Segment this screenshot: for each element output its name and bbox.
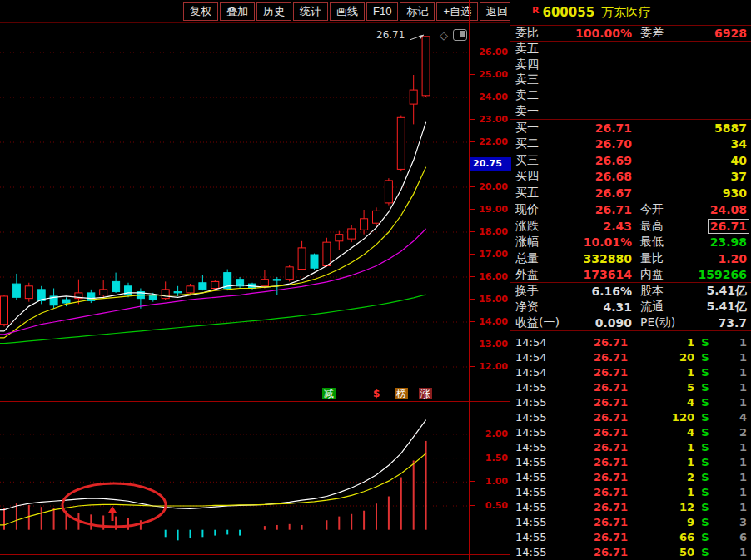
toolbar-button-2[interactable]: 叠加: [220, 2, 255, 21]
main-axis-label: 22.00: [470, 136, 508, 148]
tick-row: 14:5526.7150S1: [510, 544, 751, 559]
main-axis-label: 14.00: [470, 316, 508, 328]
price-axis: 26.0025.0024.0023.0022.0021.0020.0019.00…: [469, 0, 510, 560]
main-axis-label: 24.00: [470, 92, 508, 103]
tick-row: 14:5426.7120S1: [510, 349, 751, 364]
badge-ranking[interactable]: 榜: [395, 388, 408, 399]
main-axis-label: 19.00: [470, 204, 508, 216]
tick-row: 14:5426.711S1: [510, 364, 751, 379]
main-axis-label: 25.00: [470, 69, 508, 81]
main-axis-label: 26.00: [470, 47, 508, 58]
tick-row: 14:5526.712S1: [510, 469, 751, 484]
money-icon[interactable]: $: [371, 388, 381, 399]
tick-row: 14:5526.711S1: [510, 439, 751, 454]
weicha-value: 6928: [694, 27, 747, 40]
trading-terminal: 复权叠加历史统计画线F10标记+自选返回 26.71 26.0025.0024.…: [0, 0, 751, 560]
tick-row: 14:5426.711S1: [510, 335, 751, 349]
bid-levels: 买一26.715887买二26.7034买三26.6940买四26.6837买五…: [510, 120, 751, 202]
ask-levels: 卖五卖四卖三卖二卖一: [510, 42, 751, 120]
badge-reduce[interactable]: 减: [322, 388, 336, 399]
ask-row: 卖二: [510, 88, 751, 104]
tick-row: 14:5526.7166S6: [510, 529, 751, 544]
svg-text:26.71: 26.71: [376, 29, 405, 41]
toolbar-button-7[interactable]: 标记: [400, 2, 435, 21]
main-axis-label: 15.00: [470, 294, 508, 305]
main-axis-label: 12.00: [470, 361, 508, 373]
tick-row: 14:5526.714S1: [510, 394, 751, 409]
tick-row: 14:5526.714S2: [510, 424, 751, 439]
toolbar-button-6[interactable]: F10: [366, 2, 398, 21]
main-axis-label: 13.00: [470, 339, 508, 350]
sub-axis-label: 0.50: [470, 500, 508, 512]
sub-axis-label: 1.00: [470, 476, 508, 488]
quote-row: 收益(一)0.090PE(动)73.7: [510, 315, 751, 332]
ask-row: 卖三: [510, 72, 751, 88]
time-and-sales: 14:5426.711S114:5426.7120S114:5426.711S1…: [510, 335, 751, 560]
sub-axis-label: 1.50: [470, 453, 508, 464]
bid-row: 买二26.7034: [510, 136, 751, 152]
quote-row: 总量332880量比1.20: [510, 250, 751, 267]
chart-divider: [0, 401, 510, 402]
weibi-row: 委比 100.00% 委差 6928: [510, 26, 751, 42]
r-flag: R: [532, 5, 539, 16]
stock-name: 万东医疗: [601, 5, 651, 21]
toolbar: 复权叠加历史统计画线F10标记+自选返回: [0, 0, 515, 23]
tick-row: 14:5526.711S1: [510, 454, 751, 469]
tick-row: 14:5526.71120S4: [510, 409, 751, 424]
tick-row: 14:5526.7112S1: [510, 499, 751, 514]
bid-row: 买五26.67930: [510, 185, 751, 201]
main-axis-label: 17.00: [470, 249, 508, 260]
quote-row: 净资4.31流通5.41亿: [510, 299, 751, 315]
ask-row: 卖五: [510, 42, 751, 57]
quote-row: 涨幅10.01%最低23.98: [510, 234, 751, 250]
quote-row: 外盘173614内盘159266: [510, 266, 751, 283]
diamond-icon[interactable]: ◇: [440, 30, 448, 41]
toolbar-button-1[interactable]: 复权: [183, 2, 218, 21]
ask-row: 卖一: [510, 103, 751, 119]
chart-bottom-border: [0, 554, 510, 555]
bid-row: 买一26.715887: [510, 120, 751, 136]
panel-toggle-icon[interactable]: [453, 29, 467, 41]
quote-row: 换手6.16%股本5.41亿: [510, 283, 751, 300]
quote-row: 涨跌2.43最高26.71: [510, 218, 751, 235]
main-axis-label: 16.00: [470, 271, 508, 283]
tick-row: 14:5526.719S3: [510, 514, 751, 529]
quote-panel: R 600055 万东医疗 委比 100.00% 委差 6928 卖五卖四卖三卖…: [510, 0, 751, 560]
weicha-label: 委差: [640, 26, 694, 41]
bid-row: 买三26.6940: [510, 152, 751, 169]
toolbar-button-3[interactable]: 历史: [256, 2, 291, 21]
main-axis-label: 18.00: [470, 226, 508, 238]
ask-row: 卖四: [510, 57, 751, 73]
tick-row: 14:5526.715S1: [510, 379, 751, 394]
axis-price-highlight: 20.75: [470, 157, 511, 171]
quote-row: 现价26.71今开24.08: [510, 201, 751, 218]
badge-limit-up[interactable]: 涨: [419, 388, 432, 399]
toolbar-button-4[interactable]: 统计: [293, 2, 328, 21]
weibi-label: 委比: [515, 26, 575, 41]
stock-code: 600055: [542, 5, 594, 20]
candlestick-chart[interactable]: 26.71: [0, 23, 469, 401]
tick-row: 14:5526.711S1: [510, 484, 751, 499]
sub-axis-label: 2.00: [470, 429, 508, 440]
main-axis-label: 23.00: [470, 114, 508, 126]
indicator-chart[interactable]: [0, 401, 469, 554]
bid-row: 买四26.6837: [510, 168, 751, 185]
weibi-value: 100.00%: [575, 27, 632, 40]
quote-grid: 现价26.71今开24.08涨跌2.43最高26.71涨幅10.01%最低23.…: [510, 201, 751, 331]
stock-title: R 600055 万东医疗: [510, 0, 751, 26]
main-axis-label: 20.00: [470, 181, 508, 193]
toolbar-button-5[interactable]: 画线: [330, 2, 365, 21]
